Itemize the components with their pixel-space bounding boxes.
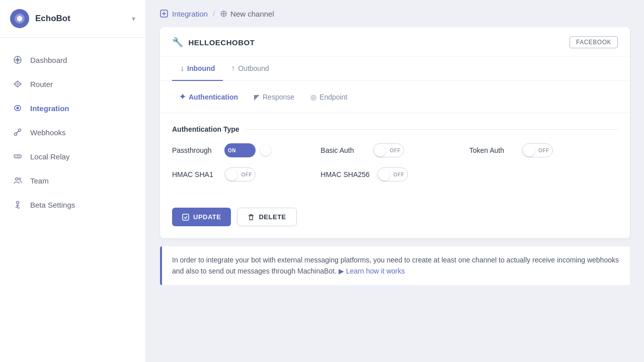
- auth-option-basic-auth: Basic Auth OFF: [320, 143, 469, 157]
- sub-tab-endpoint[interactable]: ◎ Endpoint: [303, 88, 354, 106]
- sidebar-item-local-relay[interactable]: Local Relay: [0, 144, 145, 168]
- auth-option-passthrough: Passthrough ON: [172, 143, 320, 157]
- team-icon: [12, 175, 23, 186]
- svg-point-10: [17, 202, 19, 204]
- learn-link-icon: ▶: [339, 265, 344, 277]
- hmac-sha1-label: HMAC SHA1: [172, 170, 217, 178]
- sub-tab-authentication[interactable]: ✦ Authentication: [172, 88, 245, 106]
- integration-icon: [12, 103, 23, 114]
- card-header: 🔧 HELLOECHOBOT FACEBOOK: [160, 27, 630, 57]
- toggle-track: OFF: [373, 143, 404, 157]
- svg-point-3: [17, 107, 19, 110]
- info-banner: In order to integrate your bot with exte…: [160, 246, 630, 285]
- outbound-arrow-icon: ↑: [231, 64, 235, 73]
- toggle-track: ON: [224, 143, 256, 157]
- auth-options-grid: Passthrough ON Basic Auth: [172, 143, 618, 182]
- sidebar-item-label: Router: [30, 80, 53, 88]
- sidebar-item-beta-settings[interactable]: Beta Settings: [0, 193, 145, 217]
- auth-option-hmac-sha256: HMAC SHA256 OFF: [320, 167, 469, 182]
- integration-breadcrumb[interactable]: Integration: [160, 10, 208, 18]
- sub-tab-endpoint-label: Endpoint: [319, 93, 347, 101]
- auth-option-token-auth: Token Auth OFF: [469, 143, 618, 157]
- basic-auth-toggle[interactable]: OFF: [373, 143, 404, 157]
- sidebar: EchoBot ▾ Dashboard Router: [0, 0, 146, 362]
- svg-point-8: [16, 178, 18, 180]
- sidebar-item-label: Local Relay: [30, 152, 69, 161]
- endpoint-icon: ◎: [310, 93, 316, 101]
- sidebar-logo: [10, 9, 29, 28]
- integration-breadcrumb-label: Integration: [172, 10, 208, 18]
- sidebar-header: EchoBot ▾: [0, 0, 145, 38]
- auth-option-hmac-sha1: HMAC SHA1 OFF: [172, 167, 320, 182]
- sidebar-item-label: Webhooks: [30, 128, 66, 137]
- router-icon: [12, 78, 23, 89]
- empty-cell: [469, 167, 618, 182]
- new-channel-button[interactable]: ⊕ New channel: [220, 8, 274, 19]
- passthrough-label: Passthrough: [172, 146, 217, 154]
- toggle-track: OFF: [377, 167, 408, 182]
- sub-tabs: ✦ Authentication ◤ Response ◎ Endpoint: [160, 81, 630, 113]
- sidebar-item-label: Dashboard: [30, 56, 67, 64]
- brand-name: EchoBot: [35, 14, 126, 24]
- svg-point-7: [16, 156, 17, 157]
- sidebar-item-label: Integration: [30, 104, 69, 113]
- webhooks-icon: [12, 127, 23, 138]
- local-relay-icon: [12, 151, 23, 162]
- tab-outbound[interactable]: ↑ Outbound: [223, 57, 277, 81]
- sub-tab-response[interactable]: ◤ Response: [247, 88, 301, 106]
- delete-label: DELETE: [259, 213, 286, 221]
- sidebar-item-team[interactable]: Team: [0, 168, 145, 193]
- response-icon: ◤: [254, 93, 260, 101]
- sidebar-item-label: Beta Settings: [30, 201, 75, 209]
- svg-point-2: [16, 58, 19, 61]
- main-content: Integration / ⊕ New channel 🔧 HELLOECHOB…: [146, 0, 644, 362]
- learn-how-link[interactable]: ▶ Learn how it works: [339, 265, 405, 277]
- svg-rect-12: [183, 214, 189, 220]
- tab-inbound-label: Inbound: [187, 64, 215, 72]
- new-channel-label: New channel: [230, 10, 274, 18]
- dashboard-icon: [12, 54, 23, 65]
- passthrough-toggle[interactable]: ON: [224, 143, 256, 157]
- token-auth-toggle[interactable]: OFF: [522, 143, 553, 157]
- wrench-icon: 🔧: [172, 37, 184, 48]
- toggle-thumb: [226, 169, 237, 180]
- direction-tabs: ↓ Inbound ↑ Outbound: [160, 57, 630, 81]
- tab-outbound-label: Outbound: [238, 64, 269, 72]
- update-icon: [182, 214, 189, 221]
- toggle-off-label: OFF: [538, 148, 549, 153]
- content-area: 🔧 HELLOECHOBOT FACEBOOK ↓ Inbound ↑ Outb…: [146, 27, 644, 362]
- sub-tab-authentication-label: Authentication: [189, 93, 238, 101]
- toggle-off-label: OFF: [242, 172, 253, 177]
- toggle-on-label: ON: [228, 148, 236, 153]
- update-label: UPDATE: [193, 213, 221, 221]
- sidebar-nav: Dashboard Router Integration: [0, 38, 145, 362]
- topbar: Integration / ⊕ New channel: [146, 0, 644, 27]
- chevron-down-icon[interactable]: ▾: [132, 15, 135, 23]
- hmac-sha1-toggle[interactable]: OFF: [224, 167, 256, 182]
- card-body: Authentication Type Passthrough ON: [160, 113, 630, 208]
- sidebar-item-integration[interactable]: Integration: [0, 96, 145, 120]
- action-bar: UPDATE DELETE: [160, 208, 630, 238]
- delete-button[interactable]: DELETE: [237, 208, 296, 226]
- sub-tab-response-label: Response: [263, 93, 294, 101]
- card-title: 🔧 HELLOECHOBOT: [172, 37, 255, 48]
- auth-section-title: Authentication Type: [172, 125, 618, 133]
- sidebar-item-router[interactable]: Router: [0, 72, 145, 96]
- token-auth-label: Token Auth: [469, 146, 515, 154]
- toggle-thumb: [524, 145, 535, 156]
- channel-card: 🔧 HELLOECHOBOT FACEBOOK ↓ Inbound ↑ Outb…: [160, 27, 630, 238]
- beta-settings-icon: [12, 199, 23, 210]
- tab-inbound[interactable]: ↓ Inbound: [172, 57, 223, 81]
- platform-badge: FACEBOOK: [570, 36, 618, 48]
- sidebar-item-dashboard[interactable]: Dashboard: [0, 48, 145, 72]
- sidebar-item-label: Team: [30, 176, 49, 185]
- authentication-icon: ✦: [179, 92, 186, 102]
- sidebar-item-webhooks[interactable]: Webhooks: [0, 120, 145, 144]
- basic-auth-label: Basic Auth: [320, 146, 366, 154]
- toggle-track: OFF: [522, 143, 553, 157]
- svg-point-9: [19, 178, 21, 180]
- inbound-arrow-icon: ↓: [180, 64, 184, 73]
- hmac-sha256-toggle[interactable]: OFF: [377, 167, 408, 182]
- update-button[interactable]: UPDATE: [172, 208, 231, 226]
- toggle-thumb: [375, 145, 386, 156]
